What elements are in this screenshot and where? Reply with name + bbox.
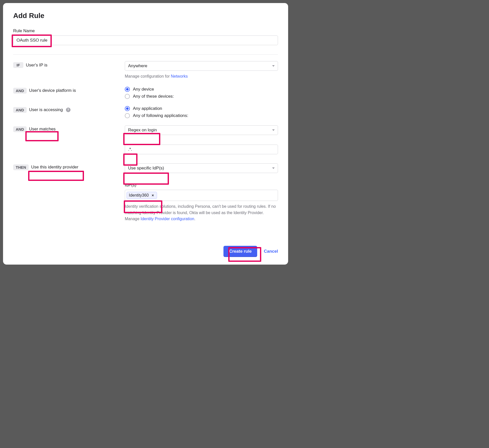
- add-rule-modal: Add Rule Rule Name IF User's IP is Anywh…: [3, 3, 288, 265]
- chevron-down-icon: [272, 129, 275, 131]
- ip-helper-text: Manage configuration for: [125, 74, 171, 78]
- label-user-accessing: User is accessing: [29, 107, 63, 112]
- label-device-platform: User's device platform is: [29, 88, 76, 93]
- radio-any-application[interactable]: Any application: [125, 106, 278, 111]
- label-user-ip: User's IP is: [26, 63, 47, 68]
- chevron-down-icon: [272, 167, 275, 169]
- pill-if: IF: [13, 62, 23, 68]
- cancel-button[interactable]: Cancel: [264, 249, 278, 254]
- idp-config-link[interactable]: Identity Provider configuration: [141, 217, 194, 221]
- radio-icon: [125, 113, 130, 118]
- radio-any-application-label: Any application: [133, 106, 162, 111]
- radio-any-device-label: Any device: [133, 87, 154, 92]
- idps-input[interactable]: Identity360 ×: [125, 190, 278, 201]
- radio-any-device[interactable]: Any device: [125, 87, 278, 92]
- pill-then: THEN: [13, 164, 29, 170]
- networks-link[interactable]: Networks: [171, 74, 188, 78]
- label-use-idp: Use this identity provider: [31, 165, 78, 170]
- close-icon[interactable]: ×: [151, 193, 155, 197]
- radio-icon: [125, 94, 130, 99]
- select-idp-mode[interactable]: Use specific IdP(s): [125, 163, 278, 173]
- pill-and-access: AND: [13, 107, 27, 113]
- rule-name-label: Rule Name: [13, 28, 278, 33]
- select-user-ip-value: Anywhere: [128, 63, 147, 68]
- modal-title: Add Rule: [13, 12, 278, 20]
- chevron-down-icon: [272, 65, 275, 67]
- select-user-ip[interactable]: Anywhere: [125, 61, 278, 71]
- radio-specific-applications-label: Any of following applications:: [133, 113, 188, 118]
- select-idp-mode-value: Use specific IdP(s): [128, 166, 164, 171]
- device-radio-group: Any device Any of these devices:: [125, 87, 278, 99]
- radio-specific-applications[interactable]: Any of following applications:: [125, 113, 278, 118]
- idp-tag: Identity360 ×: [127, 192, 157, 199]
- radio-specific-devices[interactable]: Any of these devices:: [125, 94, 278, 99]
- access-radio-group: Any application Any of following applica…: [125, 106, 278, 118]
- help-icon[interactable]: ?: [66, 108, 71, 112]
- radio-icon: [125, 87, 130, 92]
- radio-specific-devices-label: Any of these devices:: [133, 94, 174, 99]
- pill-and-match: AND: [13, 126, 27, 132]
- pill-and-device: AND: [13, 88, 27, 94]
- radio-icon: [125, 106, 130, 111]
- rule-name-input[interactable]: [13, 36, 278, 45]
- idps-label: IdP(s): [125, 183, 278, 188]
- idp-helper: Identity verification solutions, includi…: [125, 203, 278, 222]
- select-user-matches-value: Regex on login: [128, 128, 157, 133]
- label-user-matches: User matches: [29, 127, 56, 132]
- divider: [13, 54, 278, 55]
- ip-helper: Manage configuration for Networks: [125, 73, 278, 80]
- idp-tag-label: Identity360: [129, 193, 149, 198]
- regex-input[interactable]: [125, 145, 278, 154]
- idp-helper-suffix: .: [194, 217, 195, 221]
- create-rule-button[interactable]: Create rule: [223, 246, 257, 257]
- select-user-matches[interactable]: Regex on login: [125, 125, 278, 135]
